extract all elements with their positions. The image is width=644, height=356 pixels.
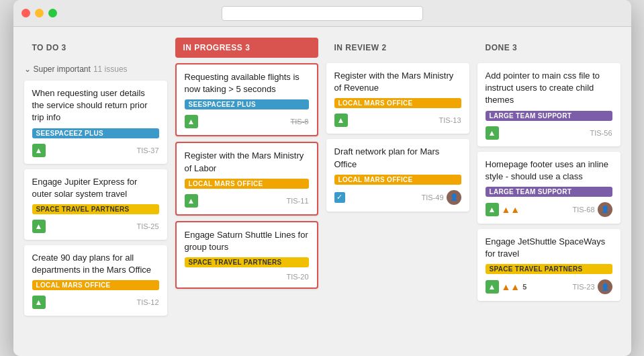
card-id: TIS-11: [286, 197, 308, 205]
priority-icon: ▲: [486, 126, 499, 140]
icons-row-right: TIS-68 👤: [572, 202, 612, 217]
card-todo-2[interactable]: Engage Jupiter Express for outer solar s…: [24, 169, 167, 240]
icons-row: ✓: [334, 192, 345, 203]
avatar: 👤: [598, 279, 612, 294]
card-title: Register with the Mars Ministry of Labor: [185, 150, 309, 174]
close-button[interactable]: [21, 9, 30, 17]
card-footer: TIS-20: [185, 273, 309, 281]
card-title: Engage Jupiter Express for outer solar s…: [32, 176, 159, 200]
icons-row: ▲ ▲▲ 5: [486, 280, 527, 294]
tag-seespaceez: SEESPACEEZ PLUS: [185, 99, 309, 109]
card-done-1[interactable]: Add pointer to main css file to instruct…: [477, 63, 620, 146]
column-todo: TO DO 3 ⌄ Super important 11 issues When…: [24, 38, 167, 345]
card-id: TIS-20: [286, 273, 308, 281]
card-footer: ▲ TIS-56: [486, 126, 612, 140]
card-title: Create 90 day plans for all departments …: [32, 252, 159, 276]
board: TO DO 3 ⌄ Super important 11 issues When…: [13, 27, 631, 356]
titlebar: [13, 0, 631, 27]
card-id: TIS-68: [572, 206, 594, 214]
card-id: TIS-13: [439, 116, 461, 124]
card-todo-3[interactable]: Create 90 day plans for all departments …: [24, 245, 167, 316]
priority-icon: ▲: [32, 296, 46, 309]
card-id: TIS-25: [136, 222, 158, 230]
card-footer: ▲ TIS-11: [185, 194, 309, 208]
column-inprogress: IN PROGRESS 3 Requesting available fligh…: [175, 38, 318, 345]
card-footer: ▲ ▲▲ 5 TIS-23 👤: [486, 279, 612, 294]
badge-count: 5: [522, 283, 526, 291]
tag-space-travel: SPACE TRAVEL PARTNERS: [185, 257, 309, 267]
card-title: Register with the Mars Ministry of Reven…: [334, 70, 461, 94]
card-done-3[interactable]: Engage JetShuttle SpaceWays for travel S…: [477, 229, 620, 301]
window-controls: [21, 9, 57, 17]
card-title: Requesting available flights is now taki…: [185, 71, 309, 95]
group-label-important: ⌄ Super important 11 issues: [24, 63, 167, 75]
tag-local-mars: LOCAL MARS OFFICE: [334, 175, 461, 185]
card-id: TIS-49: [421, 193, 443, 202]
card-footer: ▲ ▲▲ TIS-68 👤: [486, 202, 612, 217]
priority-icon: ▲: [185, 194, 198, 208]
app-window: TO DO 3 ⌄ Super important 11 issues When…: [13, 0, 631, 356]
card-id: TIS-8: [291, 118, 309, 126]
priority-icon: ▲: [32, 220, 46, 233]
card-done-2[interactable]: Homepage footer uses an inline style - s…: [477, 152, 620, 224]
priority-green-icon: ▲: [486, 280, 499, 294]
url-bar[interactable]: [222, 6, 423, 21]
card-ir-1[interactable]: Register with the Mars Ministry of Reven…: [326, 63, 469, 134]
tag-local-mars: LOCAL MARS OFFICE: [334, 98, 461, 108]
avatar: 👤: [598, 202, 612, 217]
group-count: 11 issues: [93, 64, 128, 74]
card-id: TIS-56: [590, 129, 612, 137]
card-footer: ✓ TIS-49 👤: [334, 190, 461, 205]
checkbox-icon[interactable]: ✓: [334, 192, 345, 203]
icons-row-right: TIS-23 👤: [572, 279, 612, 294]
tag-local-mars: LOCAL MARS OFFICE: [32, 280, 159, 290]
column-inreview: IN REVIEW 2 Register with the Mars Minis…: [326, 38, 469, 345]
priority-icon: ▲: [185, 115, 198, 128]
card-id: TIS-12: [136, 298, 158, 306]
card-footer: ▲ TIS-12: [32, 296, 159, 309]
tag-local-mars: LOCAL MARS OFFICE: [185, 179, 309, 189]
card-id: TIS-23: [572, 283, 594, 291]
column-done: DONE 3 Add pointer to main css file to i…: [477, 38, 620, 345]
icons-row: ▲ ▲▲: [486, 203, 520, 216]
card-title: Add pointer to main css file to instruct…: [486, 70, 612, 107]
column-header-todo: TO DO 3: [24, 38, 167, 58]
card-ip-2[interactable]: Register with the Mars Ministry of Labor…: [175, 142, 318, 215]
card-title: Engage Saturn Shuttle Lines for group to…: [185, 229, 309, 253]
card-id: TIS-37: [136, 146, 158, 154]
tag-large-team: LARGE TEAM SUPPORT: [486, 111, 612, 121]
maximize-button[interactable]: [48, 9, 57, 17]
card-footer: ▲ TIS-37: [32, 144, 159, 157]
card-ip-3[interactable]: Engage Saturn Shuttle Lines for group to…: [175, 221, 318, 289]
card-footer: ▲ TIS-13: [334, 114, 461, 127]
card-footer: ▲ TIS-25: [32, 220, 159, 233]
card-ir-2[interactable]: Draft network plan for Mars Office LOCAL…: [326, 139, 469, 211]
card-title: When requesting user details the service…: [32, 87, 159, 124]
tag-large-team: LARGE TEAM SUPPORT: [486, 187, 612, 197]
minimize-button[interactable]: [35, 9, 44, 17]
card-todo-1[interactable]: When requesting user details the service…: [24, 81, 167, 164]
group-name: Super important: [34, 64, 91, 74]
tag-seespaceez: SEESPACEEZ PLUS: [32, 128, 159, 138]
column-header-done: DONE 3: [477, 38, 620, 58]
card-ip-1[interactable]: Requesting available flights is now taki…: [175, 63, 318, 136]
double-arrow-icon: ▲▲: [502, 204, 520, 215]
column-header-inreview: IN REVIEW 2: [326, 38, 469, 58]
priority-icon: ▲: [32, 144, 46, 157]
double-arrow-icon: ▲▲: [502, 281, 520, 292]
avatar: 👤: [447, 190, 461, 205]
card-footer: ▲ TIS-8: [185, 115, 309, 128]
column-header-inprogress: IN PROGRESS 3: [175, 38, 318, 58]
priority-green-icon: ▲: [486, 203, 499, 216]
tag-space-travel: SPACE TRAVEL PARTNERS: [486, 264, 612, 274]
card-title: Draft network plan for Mars Office: [334, 146, 461, 170]
card-title: Homepage footer uses an inline style - s…: [486, 159, 612, 183]
priority-icon: ▲: [334, 114, 348, 127]
tag-space-travel: SPACE TRAVEL PARTNERS: [32, 204, 159, 214]
card-title: Engage JetShuttle SpaceWays for travel: [486, 236, 612, 260]
icons-row-right: TIS-49 👤: [421, 190, 461, 205]
